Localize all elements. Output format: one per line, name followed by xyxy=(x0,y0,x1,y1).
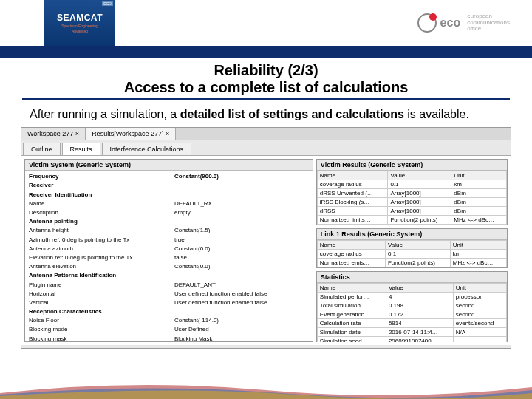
table-row: Normalized emis…Function(2 points)MHz <-… xyxy=(317,258,506,267)
table-row: coverage radius0.1km xyxy=(317,249,506,258)
settings-row: HorizontalUser defined function enabled … xyxy=(25,289,313,298)
settings-row: Blocking maskBlocking Mask xyxy=(25,334,313,342)
settings-row: Receiver xyxy=(25,181,313,190)
statistics-title: Statistics xyxy=(317,272,507,283)
link-results-table: NameValueUnitcoverage radius0.1kmNormali… xyxy=(317,240,507,267)
title-line2: Access to a complete list of calculation… xyxy=(22,79,510,96)
settings-row: Noise FloorConstant(-114.0) xyxy=(25,316,313,325)
link-results-title: Link 1 Results (Generic System) xyxy=(317,229,507,240)
logo-top-badge: ECO xyxy=(102,1,113,6)
tab-interference[interactable]: Interference Calculations xyxy=(102,143,192,155)
logo-brand: SEAMCAT xyxy=(57,13,103,23)
table-row: Calculation rate5814events/second xyxy=(317,318,506,327)
content-area: Victim System (Generic System) Frequency… xyxy=(21,156,511,345)
left-panel-title: Victim System (Generic System) xyxy=(25,160,313,171)
tab-workspace[interactable]: Workspace 277 × xyxy=(21,128,86,140)
settings-row: Antenna pointing xyxy=(25,217,313,226)
table-row: Event generation…0.172second xyxy=(317,310,506,318)
table-row: Simulated perfor…4processor xyxy=(317,292,506,301)
table-row: iRSS Blocking (s…Array[1000]dBm xyxy=(317,197,506,206)
tab-results-workspace[interactable]: Results[Workspace 277] × xyxy=(86,128,176,140)
settings-row: Antenna Patterns Identification xyxy=(25,271,313,280)
settings-row: Azimuth ref: 0 deg is pointing to the Tx… xyxy=(25,235,313,244)
tab-outline[interactable]: Outline xyxy=(23,143,61,155)
settings-row: NameDEFAULT_RX xyxy=(25,199,313,208)
sub-tabs: Outline Results Interference Calculation… xyxy=(21,140,511,156)
right-panels: Victim Results (Generic System) NameValu… xyxy=(316,159,508,342)
slide-title: Reliability (2/3) Access to a complete l… xyxy=(22,58,510,100)
table-row: Simulation date2016-07-14 11:4…N/A xyxy=(317,327,506,336)
statistics-box: Statistics NameValueUnitSimulated perfor… xyxy=(316,271,508,342)
slide-body: After running a simulation, a detailed l… xyxy=(0,100,532,127)
logo-sub2: Advanced xyxy=(72,29,88,33)
settings-row: Blocking modeUser Defined xyxy=(25,325,313,334)
victim-system-panel: Victim System (Generic System) Frequency… xyxy=(24,159,313,342)
settings-row: Antenna heightConstant(1.5) xyxy=(25,226,313,235)
eco-circle-icon xyxy=(417,13,437,33)
table-row: Total simulation …0.198second xyxy=(317,301,506,310)
seamcat-logo: ECO SEAMCAT Spectrum Engineering Advance… xyxy=(44,0,115,46)
tab-results[interactable]: Results xyxy=(62,143,100,155)
settings-row: Descriptionempty xyxy=(25,208,313,217)
settings-row: Reception Characteristics xyxy=(25,307,313,316)
statistics-table: NameValueUnitSimulated perfor…4processor… xyxy=(317,283,507,342)
table-row: dRSS Unwanted (…Array[1000]dBm xyxy=(317,188,506,197)
table-row: coverage radius0.1km xyxy=(317,180,506,188)
table-row: Simulation seed2968991907400… xyxy=(317,336,506,342)
victim-results-box: Victim Results (Generic System) NameValu… xyxy=(316,159,508,225)
victim-results-table: NameValueUnitcoverage radius0.1kmdRSS Un… xyxy=(317,171,507,225)
settings-list: FrequencyConstant(900.0)ReceiverReceiver… xyxy=(25,171,313,342)
link-results-box: Link 1 Results (Generic System) NameValu… xyxy=(316,228,508,268)
eco-logo: eco european communications office xyxy=(417,13,510,33)
settings-row: Plugin nameDEFAULT_ANT xyxy=(25,280,313,289)
settings-row: FrequencyConstant(900.0) xyxy=(25,172,313,181)
table-row: dRSSArray[1000]dBm xyxy=(317,206,506,215)
settings-row: Antenna elevationConstant(0.0) xyxy=(25,262,313,271)
workspace-tabs: Workspace 277 × Results[Workspace 277] × xyxy=(21,128,511,140)
footer-decoration xyxy=(0,378,532,399)
app-screenshot: Workspace 277 × Results[Workspace 277] ×… xyxy=(21,127,511,349)
victim-results-title: Victim Results (Generic System) xyxy=(317,160,507,171)
table-row: Normalized limits…Function(2 points)MHz … xyxy=(317,215,506,224)
logo-sub1: Spectrum Engineering xyxy=(61,24,98,28)
settings-row: Antenna azimuthConstant(0.0) xyxy=(25,244,313,253)
settings-row: Elevation ref: 0 deg is pointing to the … xyxy=(25,253,313,262)
settings-row: VerticalUser defined function enabled fa… xyxy=(25,298,313,307)
slide-header: ECO SEAMCAT Spectrum Engineering Advance… xyxy=(0,0,532,58)
settings-row: Receiver Identification xyxy=(25,190,313,199)
title-line1: Reliability (2/3) xyxy=(22,62,510,79)
eco-text: eco xyxy=(440,16,461,30)
